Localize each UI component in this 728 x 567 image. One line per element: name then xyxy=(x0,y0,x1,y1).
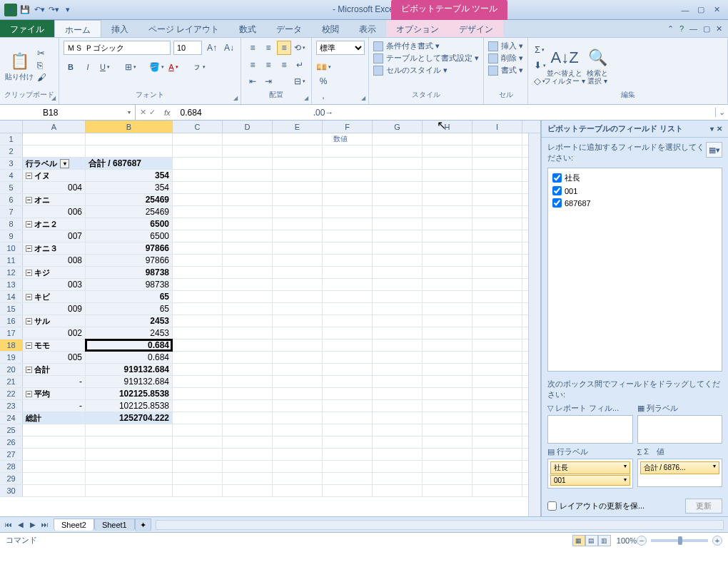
field-item[interactable]: 社長 xyxy=(551,171,719,185)
cell[interactable] xyxy=(173,291,223,302)
fill-color-button[interactable]: 🪣 xyxy=(149,60,163,74)
cell[interactable]: 1252704.222 xyxy=(86,412,173,424)
field-item[interactable]: 001 xyxy=(551,185,719,197)
cell[interactable] xyxy=(173,436,223,448)
cell[interactable] xyxy=(173,218,223,230)
cell[interactable] xyxy=(223,145,273,157)
increase-font-icon[interactable]: A↑ xyxy=(205,41,219,55)
tab-pagelayout[interactable]: ページ レイアウト xyxy=(138,20,229,37)
cell[interactable] xyxy=(223,267,273,278)
row-header[interactable]: 23 xyxy=(0,400,23,412)
new-sheet-icon[interactable]: ✦ xyxy=(135,519,151,531)
cell[interactable] xyxy=(173,303,223,315)
cell[interactable]: −オニ３ xyxy=(23,242,86,254)
cell[interactable] xyxy=(273,412,323,424)
cell[interactable] xyxy=(223,327,273,339)
cell[interactable] xyxy=(423,376,472,387)
comma-icon[interactable]: , xyxy=(316,88,330,103)
cell[interactable] xyxy=(423,145,472,157)
cell[interactable] xyxy=(223,485,273,496)
cell[interactable] xyxy=(423,388,472,399)
cell[interactable] xyxy=(223,400,273,412)
cell[interactable] xyxy=(273,388,323,399)
cell[interactable] xyxy=(173,364,223,375)
cell[interactable]: 006 xyxy=(23,206,86,218)
cell[interactable] xyxy=(472,267,522,278)
cell[interactable] xyxy=(472,158,522,169)
cell[interactable] xyxy=(472,424,522,436)
cell[interactable] xyxy=(472,303,522,315)
cell[interactable] xyxy=(423,436,472,448)
qat-dropdown-icon[interactable]: ▾ xyxy=(61,4,74,16)
cell[interactable] xyxy=(472,170,522,181)
row-header[interactable]: 3 xyxy=(0,158,23,169)
collapse-icon[interactable]: − xyxy=(26,318,32,325)
normal-view-icon[interactable]: ▦ xyxy=(572,535,585,546)
collapse-icon[interactable]: − xyxy=(26,221,32,228)
row-header[interactable]: 25 xyxy=(0,424,23,436)
paste-button[interactable]: 📋 貼り付け xyxy=(4,41,34,90)
report-filter-dropzone[interactable] xyxy=(547,415,633,444)
italic-button[interactable]: I xyxy=(81,60,95,74)
cell[interactable] xyxy=(423,194,472,205)
cell[interactable] xyxy=(173,352,223,363)
row-header[interactable]: 8 xyxy=(0,218,23,230)
undo-icon[interactable]: ↶▾ xyxy=(33,4,46,16)
zoom-slider[interactable] xyxy=(651,539,708,542)
borders-button[interactable]: ⊞ xyxy=(123,60,138,74)
col-header-h[interactable]: H xyxy=(423,121,472,133)
cell[interactable]: 6500 xyxy=(86,230,173,242)
cell[interactable] xyxy=(373,230,423,242)
cell[interactable] xyxy=(423,303,472,315)
cell[interactable] xyxy=(373,145,423,157)
format-as-table-button[interactable]: テーブルとして書式設定 ▾ xyxy=(373,53,479,63)
cell[interactable]: 102125.8538 xyxy=(86,388,173,399)
cell[interactable]: −合計 xyxy=(23,364,86,375)
save-icon[interactable]: 💾 xyxy=(19,4,31,16)
autosum-icon[interactable]: Σ xyxy=(532,43,547,57)
cell[interactable] xyxy=(23,436,86,448)
cell[interactable] xyxy=(472,376,522,387)
row-header[interactable]: 26 xyxy=(0,436,23,448)
row-header[interactable]: 18 xyxy=(0,339,23,351)
cell[interactable] xyxy=(472,339,522,351)
cell[interactable] xyxy=(373,279,423,290)
pane-dropdown-icon[interactable]: ▾ xyxy=(710,125,714,133)
page-layout-view-icon[interactable]: ▤ xyxy=(585,535,598,546)
row-header[interactable]: 5 xyxy=(0,182,23,193)
cell[interactable]: −オニ２ xyxy=(23,218,86,230)
col-header-b[interactable]: B xyxy=(86,121,173,133)
cell[interactable] xyxy=(273,449,323,460)
dropzone-item[interactable]: 社長 xyxy=(550,461,630,474)
cell[interactable] xyxy=(472,242,522,254)
col-header-f[interactable]: F xyxy=(323,121,373,133)
cell[interactable] xyxy=(223,364,273,375)
horizontal-scrollbar[interactable] xyxy=(156,520,724,530)
cell[interactable] xyxy=(472,352,522,363)
cell[interactable]: 97866 xyxy=(86,255,173,266)
row-labels-dropzone[interactable]: 社長 001 xyxy=(547,459,633,489)
doc-minimize-icon[interactable]: — xyxy=(689,24,697,33)
cell[interactable] xyxy=(273,255,323,266)
cell[interactable] xyxy=(323,158,373,169)
row-header[interactable]: 13 xyxy=(0,279,23,290)
cell[interactable] xyxy=(173,194,223,205)
cell[interactable] xyxy=(273,291,323,302)
cell[interactable] xyxy=(423,242,472,254)
cell[interactable] xyxy=(173,242,223,254)
tab-file[interactable]: ファイル xyxy=(0,20,54,37)
decrease-indent-icon[interactable]: ⇤ xyxy=(246,74,260,88)
cell[interactable]: −オニ xyxy=(23,194,86,205)
cell[interactable] xyxy=(223,376,273,387)
row-header[interactable]: 14 xyxy=(0,291,23,302)
cell[interactable] xyxy=(323,352,373,363)
cell[interactable] xyxy=(223,473,273,484)
cell[interactable] xyxy=(423,424,472,436)
cell[interactable]: 25469 xyxy=(86,206,173,218)
cell[interactable] xyxy=(273,145,323,157)
cell[interactable] xyxy=(273,230,323,242)
row-header[interactable]: 28 xyxy=(0,461,23,472)
doc-restore-icon[interactable]: ▢ xyxy=(703,24,710,34)
cell[interactable] xyxy=(173,424,223,436)
cell[interactable] xyxy=(373,133,423,145)
